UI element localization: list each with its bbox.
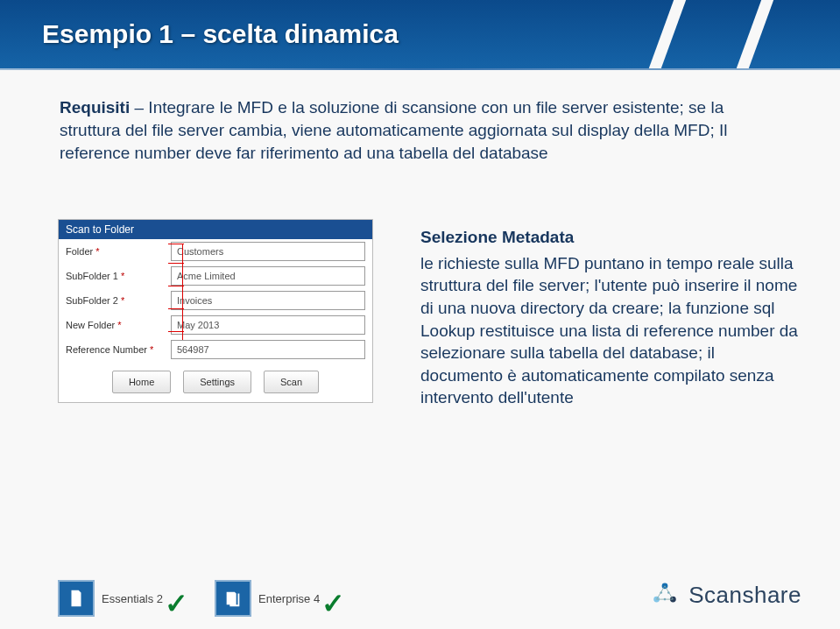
check-icon: ✓ [321, 587, 345, 620]
mfd-row-folder: Folder * [59, 239, 372, 264]
svg-point-3 [660, 591, 663, 594]
header-decor [737, 0, 773, 68]
mfd-label-folder: Folder * [66, 246, 171, 257]
subfolder2-input[interactable] [171, 291, 365, 310]
callout-line [168, 308, 184, 309]
mfd-row-subfolder1: SubFolder 1 * [59, 264, 372, 288]
svg-point-4 [667, 591, 670, 594]
badge-label: Enterprise 4 [258, 592, 320, 605]
mfd-label-ref: Reference Number * [66, 344, 171, 355]
newfolder-input[interactable] [171, 315, 365, 335]
requisiti-paragraph: Requisiti – Integrare le MFD e la soluzi… [60, 96, 787, 166]
document-icon [58, 580, 95, 617]
callout-line [182, 244, 183, 340]
mfd-label-sub2: SubFolder 2 * [66, 295, 171, 306]
mfd-label-new: New Folder * [66, 320, 171, 330]
scan-button[interactable]: Scan [264, 371, 319, 393]
requisiti-label: Requisiti [60, 98, 130, 117]
product-badges: Essentials 2 ✓ Enterprise 4 ✓ [58, 580, 350, 617]
folder-input[interactable] [171, 242, 365, 261]
explain-body: le richieste sulla MFD puntano in tempo … [420, 254, 798, 407]
requisiti-text: – Integrare le MFD e la soluzione di sca… [60, 98, 727, 162]
slide-title-bar: Esempio 1 – scelta dinamica [0, 0, 840, 68]
scanshare-logo-icon [650, 580, 680, 610]
home-button[interactable]: Home [112, 371, 171, 393]
callout-line [168, 263, 184, 264]
explain-heading: Selezione Metadata [420, 226, 798, 249]
mfd-label-sub1: SubFolder 1 * [66, 271, 171, 281]
mfd-row-refnum: Reference Number * [59, 337, 372, 362]
scanshare-logo: Scanshare [650, 580, 801, 610]
subfolder1-input[interactable] [171, 266, 365, 286]
mfd-panel: Scan to Folder Folder * SubFolder 1 * Su… [58, 219, 373, 403]
title-rule [0, 68, 840, 70]
refnum-input[interactable] [171, 340, 365, 359]
scanshare-logo-text: Scanshare [688, 582, 801, 609]
callout-line [168, 286, 184, 286]
mfd-row-newfolder: New Folder * [59, 313, 372, 337]
document-stack-icon [215, 580, 251, 617]
badge-essentials: Essentials 2 ✓ [58, 580, 194, 617]
check-icon: ✓ [165, 587, 188, 620]
settings-button[interactable]: Settings [183, 371, 251, 393]
svg-point-5 [664, 598, 667, 601]
badge-enterprise: Enterprise 4 ✓ [215, 580, 350, 617]
slide-title: Esempio 1 – scelta dinamica [42, 19, 399, 49]
mfd-buttons: Home Settings Scan [59, 362, 372, 402]
badge-label: Essentials 2 [102, 592, 163, 605]
mfd-header: Scan to Folder [59, 220, 372, 239]
mfd-row-subfolder2: SubFolder 2 * [59, 288, 372, 313]
header-decor [649, 0, 686, 68]
explain-block: Selezione Metadata le richieste sulla MF… [420, 226, 798, 409]
callout-line [168, 331, 184, 332]
